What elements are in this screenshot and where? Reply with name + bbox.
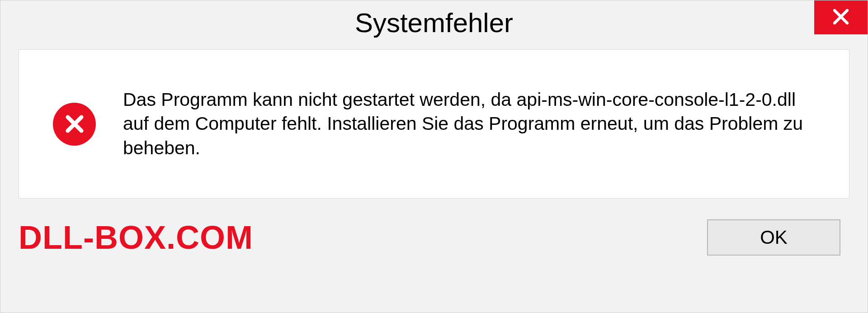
watermark-text: DLL-BOX.COM: [19, 219, 253, 256]
titlebar: Systemfehler: [0, 0, 868, 45]
close-button[interactable]: [814, 0, 868, 34]
dialog-title: Systemfehler: [355, 7, 513, 38]
dialog-footer: DLL-BOX.COM OK: [0, 199, 868, 256]
ok-button[interactable]: OK: [707, 219, 840, 256]
close-icon: [831, 7, 850, 28]
error-icon: [53, 103, 96, 146]
error-message: Das Programm kann nicht gestartet werden…: [123, 88, 815, 160]
content-panel: Das Programm kann nicht gestartet werden…: [19, 49, 849, 199]
error-dialog: Systemfehler Das Programm kann nicht ges…: [0, 0, 868, 313]
